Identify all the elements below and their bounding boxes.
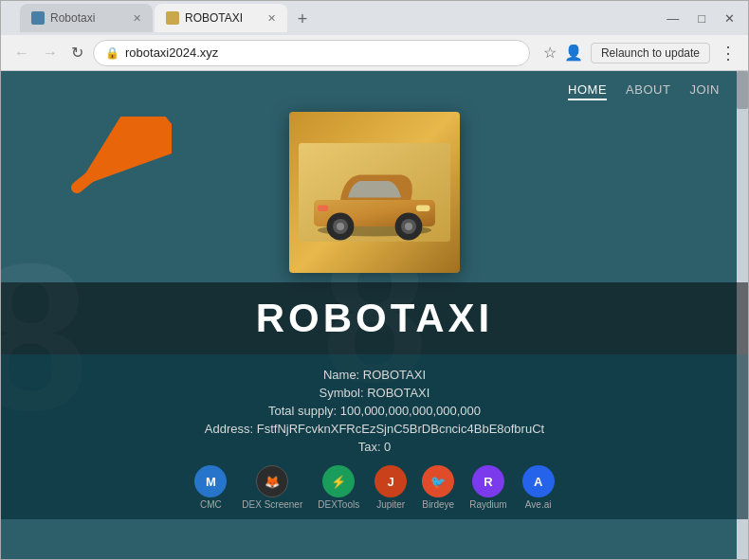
relaunch-button[interactable]: Relaunch to update bbox=[591, 43, 710, 63]
aveai-icon[interactable]: A Ave.ai bbox=[522, 465, 555, 510]
bookmark-icon[interactable]: ☆ bbox=[543, 44, 557, 62]
profile-icon[interactable]: 👤 bbox=[564, 44, 583, 62]
dex-screener-label: DEX Screener bbox=[242, 499, 302, 510]
tab-robotaxi2[interactable]: ROBOTAXI ✕ bbox=[155, 4, 287, 32]
jupiter-icon[interactable]: J Jupiter bbox=[374, 465, 407, 510]
webpage-content: 8 8 HOME ABOUT JOIN bbox=[1, 71, 748, 559]
address-box[interactable]: 🔒 robotaxi2024.xyz bbox=[93, 40, 530, 66]
browser-window: Robotaxi ✕ ROBOTAXI ✕ + — □ ✕ ← → ↻ 🔒 ro… bbox=[0, 0, 749, 560]
birdeye-icon[interactable]: 🐦 Birdeye bbox=[422, 465, 454, 510]
birdeye-circle: 🐦 bbox=[422, 465, 454, 497]
aveai-circle: A bbox=[522, 465, 555, 497]
address-right-icons: ☆ 👤 Relaunch to update ⋮ bbox=[543, 43, 739, 63]
raydium-icon[interactable]: R Raydium bbox=[469, 465, 506, 510]
minimize-button[interactable]: — bbox=[661, 9, 685, 27]
tab-close-1[interactable]: ✕ bbox=[133, 12, 141, 25]
new-tab-button[interactable]: + bbox=[289, 6, 316, 32]
dextools-label: DEXTools bbox=[318, 499, 359, 510]
site-nav: HOME ABOUT JOIN bbox=[1, 71, 748, 112]
dextools-circle: ⚡ bbox=[322, 465, 355, 497]
crypto-icons-row: M CMC 🦊 DEX Screener ⚡ D bbox=[194, 465, 554, 510]
dex-screener-icon[interactable]: 🦊 DEX Screener bbox=[242, 465, 302, 510]
token-symbol: Symbol: ROBOTAXI bbox=[320, 386, 430, 400]
title-bar: Robotaxi ✕ ROBOTAXI ✕ + — □ ✕ bbox=[1, 1, 748, 35]
jupiter-circle: J bbox=[374, 465, 407, 497]
address-text: robotaxi2024.xyz bbox=[125, 45, 518, 60]
dex-screener-circle: 🦊 bbox=[256, 465, 288, 497]
svg-point-7 bbox=[337, 223, 344, 230]
address-bar-row: ← → ↻ 🔒 robotaxi2024.xyz ☆ 👤 Relaunch to… bbox=[1, 35, 748, 71]
nav-home[interactable]: HOME bbox=[568, 82, 607, 100]
info-section: Name: ROBOTAXI Symbol: ROBOTAXI Total su… bbox=[1, 354, 748, 519]
forward-button[interactable]: → bbox=[39, 43, 62, 63]
tab-label-1: Robotaxi bbox=[50, 11, 95, 25]
lock-icon: 🔒 bbox=[105, 46, 119, 60]
token-supply: Total supply: 100,000,000,000,000,000 bbox=[268, 404, 481, 418]
token-tax: Tax: 0 bbox=[358, 440, 392, 454]
site-title: ROBOTAXI bbox=[256, 296, 494, 340]
title-band: ROBOTAXI bbox=[1, 282, 748, 354]
birdeye-label: Birdeye bbox=[422, 499, 454, 510]
maximize-button[interactable]: □ bbox=[692, 9, 711, 27]
back-button[interactable]: ← bbox=[10, 43, 33, 63]
cmc-icon[interactable]: M CMC bbox=[194, 465, 227, 510]
svg-rect-12 bbox=[318, 206, 328, 211]
cmc-icon-circle: M bbox=[194, 465, 227, 497]
nav-about[interactable]: ABOUT bbox=[626, 82, 670, 100]
tab-favicon-2 bbox=[166, 11, 179, 25]
close-button[interactable]: ✕ bbox=[719, 9, 740, 27]
svg-rect-11 bbox=[416, 206, 429, 211]
svg-point-10 bbox=[405, 223, 412, 230]
nav-join[interactable]: JOIN bbox=[689, 82, 720, 100]
raydium-label: Raydium bbox=[469, 499, 506, 510]
jupiter-label: Jupiter bbox=[376, 499, 405, 510]
window-controls-right: — □ ✕ bbox=[661, 9, 740, 27]
raydium-circle: R bbox=[472, 465, 504, 497]
aveai-label: Ave.ai bbox=[525, 499, 552, 510]
reload-button[interactable]: ↻ bbox=[67, 42, 87, 63]
tab-label-2: ROBOTAXI bbox=[185, 11, 243, 25]
token-name: Name: ROBOTAXI bbox=[323, 368, 426, 382]
hero-section: ROBOTAXI Name: ROBOTAXI Symbol: ROBOTAXI… bbox=[1, 112, 748, 559]
menu-icon[interactable]: ⋮ bbox=[718, 43, 739, 63]
car-image bbox=[289, 112, 460, 273]
tab-robotaxi[interactable]: Robotaxi ✕ bbox=[20, 4, 153, 32]
dextools-icon[interactable]: ⚡ DEXTools bbox=[318, 465, 359, 510]
cmc-label: CMC bbox=[200, 499, 222, 510]
token-address: Address: FstfNjRFcvknXFRcEzSjnC5BrDBcnci… bbox=[205, 422, 544, 436]
tabs-bar: Robotaxi ✕ ROBOTAXI ✕ + bbox=[20, 4, 649, 32]
tab-favicon-1 bbox=[31, 11, 45, 25]
tab-close-2[interactable]: ✕ bbox=[267, 12, 276, 25]
